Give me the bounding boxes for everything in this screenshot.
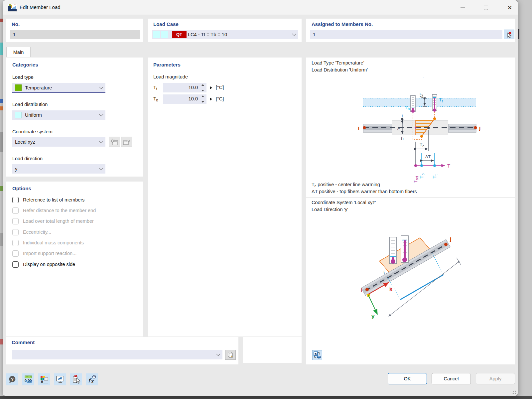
tt-detail-button[interactable] [210,86,212,89]
parameters-panel: Parameters Load magnitude Tt 10.0 [°C] T… [148,58,302,336]
spin-up-icon[interactable] [201,84,204,86]
load-direction-value: y [15,166,17,172]
comment-select[interactable] [12,350,222,359]
delete-load-button[interactable] [70,373,82,385]
cancel-button[interactable]: Cancel [432,373,471,384]
tab-main[interactable]: Main [6,47,31,57]
categories-panel: Categories Load type Temperature Load di… [6,58,143,177]
spacer-panel [243,337,302,363]
edit-coordinate-system-button[interactable] [121,137,132,147]
new-coordinate-system-button[interactable] [109,137,120,147]
ok-button[interactable]: OK [388,373,427,384]
document-delete-icon [71,375,81,384]
edit-window-hand-icon [123,138,131,146]
note-delta-t: ΔT positive - top fibers warmer than bot… [312,189,417,194]
help-button[interactable]: ? [6,373,18,385]
dim-h-label: h [396,128,401,130]
load-distribution-value: Uniform [25,112,42,118]
option-row: Import support reaction... [12,249,76,258]
load-distribution-select[interactable]: Uniform [12,110,105,120]
rendering-button[interactable] [54,373,66,385]
load-direction-select[interactable]: y [12,164,105,174]
comment-templates-button[interactable] [225,350,236,360]
copy-pages-icon [227,351,234,358]
tb-value: 10.0 [189,96,198,101]
display-properties-button[interactable]: A [38,373,50,385]
toggle-2d-3d-button[interactable] [312,350,322,360]
tab-main-label: Main [13,50,24,55]
load-type-value: Temperature [25,85,52,90]
temperature-diagram: . i j t h [306,73,515,185]
local-axes-diagram: i j [306,215,515,345]
checkbox[interactable] [12,261,19,268]
assigned-panel: Assigned to Members No. 1 [306,19,515,42]
load-magnitude-label: Load magnitude [153,74,188,79]
option-label: Refer distance to the member end [23,208,96,213]
note-tc: Tc positive - center line warming [312,182,380,188]
load-case-color-swatch [161,31,168,38]
ok-label: OK [404,376,411,381]
spin-up-icon[interactable] [201,95,204,97]
load-case-color-swatch [153,31,160,38]
units-settings-button[interactable]: 0.00 [22,373,34,385]
title-bar[interactable]: Edit Member Load ✕ [3,0,518,15]
close-button[interactable]: ✕ [503,2,516,13]
load-type-select[interactable]: Temperature [12,83,105,93]
spin-down-icon[interactable] [201,101,204,103]
load-direction-label: Load direction [12,156,43,161]
parameters-title: Parameters [153,62,181,67]
option-row: Reference to list of members [12,196,84,204]
assigned-value: 1 [313,32,316,37]
load-type-label: Load type [12,74,34,80]
option-row: Individual mass components [12,238,84,247]
load-distribution-swatch [15,112,22,118]
option-label: Load over total length of member [23,218,94,224]
fx-formula-icon: f x [87,375,97,384]
svg-text:x: x [91,378,94,384]
tb-axis-label: Tb [419,174,425,179]
preview-panel: Load Type 'Temperature' Load Distributio… [306,58,515,364]
toggle-2d-3d-icon [313,351,321,359]
background-statusbar [0,396,532,399]
tt-spinner[interactable] [201,84,205,91]
select-members-button[interactable] [504,30,514,39]
tt-unit: [°C] [216,85,224,90]
tt-value: 10.0 [189,85,198,90]
load-case-panel: Load Case QT LC4 - Tt = Tb = 10 [148,19,302,42]
resize-grip[interactable] [511,389,516,394]
tt-diagram-label: Tt [439,97,443,103]
comment-title: Comment [12,339,35,345]
checkbox[interactable] [12,197,19,203]
thermometer-tt-icon [432,94,437,112]
coordinate-system-select[interactable]: Local xyz [12,137,105,147]
tref-axis-label: Tref [413,176,419,183]
preview-coordinate-system-text: Coordinate System 'Local xyz' [312,200,376,205]
maximize-button[interactable] [479,2,492,13]
t-axis-label: T [447,163,450,169]
node-j-label: j [450,236,452,242]
apply-button: Apply [476,373,515,384]
assigned-label: Assigned to Members No. [312,21,373,27]
delta-t-upper-label: ΔT [419,93,424,98]
option-label: Eccentricity... [23,229,51,235]
tt-axis-label: Tt [432,175,438,179]
assigned-field[interactable]: 1 [310,30,502,39]
option-row: Display on opposite side [12,260,75,269]
option-label: Import support reaction... [23,251,76,256]
chevron-down-icon [99,112,103,116]
tt-input[interactable]: 10.0 [163,83,206,92]
checkbox [12,207,19,214]
tb-input[interactable]: 10.0 [163,94,206,104]
formula-button[interactable]: f x [86,373,98,385]
chevron-down-icon [99,85,103,89]
tb-detail-button[interactable] [210,97,212,101]
chevron-down-icon [99,166,103,170]
checkbox [12,229,19,235]
categories-title: Categories [12,62,38,67]
chevron-down-icon [216,352,220,356]
load-case-select[interactable]: QT LC4 - Tt = Tb = 10 [152,30,298,39]
tc-dim-label: Tc [420,142,425,148]
checkbox [12,250,19,257]
spin-down-icon[interactable] [201,90,204,91]
tb-spinner[interactable] [201,95,205,103]
